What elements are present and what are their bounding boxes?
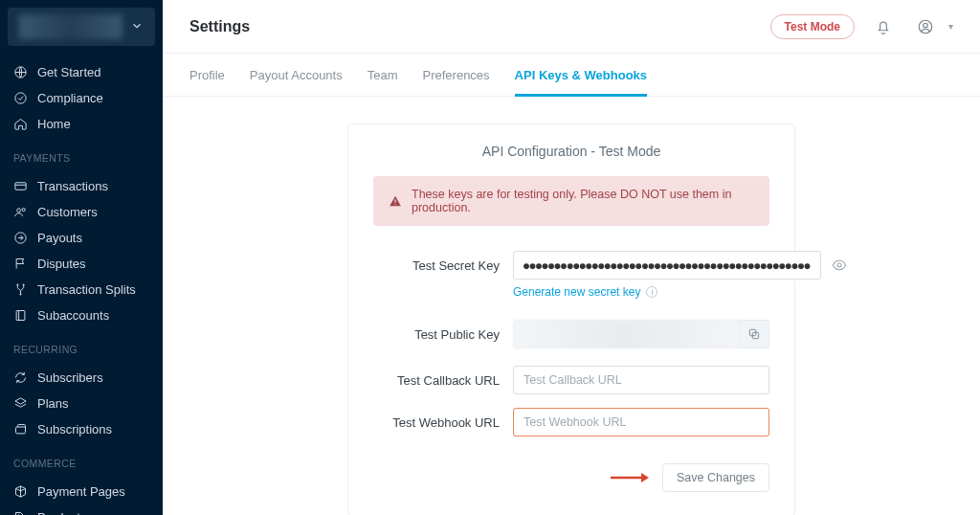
nav-main: Get Started Compliance Home (0, 54, 163, 143)
sidebar-item-disputes[interactable]: Disputes (0, 251, 163, 277)
label-callback-url: Test Callback URL (373, 373, 500, 388)
org-switcher[interactable] (8, 8, 155, 46)
sidebar-item-label: Products (37, 510, 86, 515)
nav-section-commerce: COMMERCE (0, 448, 163, 473)
nav-recurring: Subscribers Plans Subscriptions (0, 359, 163, 448)
content: API Configuration - Test Mode These keys… (163, 97, 980, 515)
sidebar-item-label: Transactions (37, 179, 108, 193)
nav-payments: Transactions Customers Payouts Disputes … (0, 168, 163, 334)
book-icon (13, 308, 28, 323)
svg-point-17 (837, 263, 841, 267)
tab-profile[interactable]: Profile (189, 68, 225, 97)
page-title: Settings (189, 18, 250, 35)
chevron-down-icon (130, 19, 144, 35)
sidebar-item-products[interactable]: Products (0, 504, 163, 515)
generate-link-label: Generate new secret key (513, 285, 640, 299)
svg-marker-12 (15, 398, 26, 404)
generate-secret-key-link[interactable]: Generate new secret key i (513, 285, 657, 299)
sidebar-item-payouts[interactable]: Payouts (0, 225, 163, 251)
secret-key-field[interactable]: ●●●●●●●●●●●●●●●●●●●●●●●●●●●●●●●●●●●●●●●●… (513, 251, 821, 280)
tabs: Profile Payout Accounts Team Preferences… (163, 54, 980, 97)
save-changes-button[interactable]: Save Changes (662, 463, 769, 492)
sidebar-item-home[interactable]: Home (0, 111, 163, 137)
svg-rect-2 (15, 183, 26, 190)
copy-public-key-button[interactable] (739, 320, 769, 348)
card-icon (13, 179, 28, 193)
sidebar-item-transaction-splits[interactable]: Transaction Splits (0, 277, 163, 302)
webhook-url-input[interactable] (513, 408, 769, 437)
svg-point-5 (22, 208, 25, 211)
info-icon: i (646, 286, 657, 298)
nav-section-payments: PAYMENTS (0, 143, 163, 168)
sidebar-item-label: Transaction Splits (37, 282, 136, 297)
split-icon (13, 282, 28, 297)
users-icon (13, 205, 28, 219)
notifications-button[interactable] (870, 13, 897, 40)
copy-icon (747, 327, 761, 341)
sidebar-item-plans[interactable]: Plans (0, 391, 163, 416)
sidebar-item-compliance[interactable]: Compliance (0, 85, 163, 111)
user-circle-icon (917, 18, 934, 35)
check-circle-icon (13, 91, 28, 105)
reveal-secret-button[interactable] (829, 255, 850, 276)
nav-section-recurring: RECURRING (0, 334, 163, 359)
tag-icon (13, 510, 28, 515)
main: Settings Test Mode ▾ Profile Payout Acco… (163, 0, 980, 515)
globe-icon (13, 65, 28, 79)
svg-point-4 (17, 209, 21, 213)
svg-marker-21 (641, 473, 649, 482)
sidebar-item-label: Customers (37, 205, 98, 219)
tab-preferences[interactable]: Preferences (423, 68, 490, 97)
svg-point-1 (15, 93, 26, 103)
account-menu-button[interactable] (912, 13, 939, 40)
sidebar-item-label: Payment Pages (37, 484, 125, 499)
callback-url-input[interactable] (513, 366, 769, 394)
sidebar-item-label: Subaccounts (37, 308, 109, 323)
nav-commerce: Payment Pages Products (0, 473, 163, 515)
org-name-blurred (19, 14, 122, 39)
tab-payout-accounts[interactable]: Payout Accounts (250, 68, 343, 97)
svg-point-16 (924, 23, 928, 28)
topbar: Settings Test Mode ▾ (163, 0, 980, 54)
sidebar-item-label: Home (37, 117, 71, 131)
card-title: API Configuration - Test Mode (373, 144, 769, 159)
warning-icon (389, 194, 402, 208)
sidebar-item-label: Get Started (37, 65, 100, 79)
chevron-down-icon: ▾ (948, 21, 953, 32)
sidebar-item-label: Subscriptions (37, 422, 112, 437)
sidebar-item-customers[interactable]: Customers (0, 199, 163, 225)
sidebar-item-label: Compliance (37, 91, 103, 105)
sidebar-item-label: Payouts (37, 231, 82, 245)
card-stack-icon (13, 422, 28, 437)
home-icon (13, 117, 28, 131)
sidebar-item-label: Subscribers (37, 370, 103, 385)
label-public-key: Test Public Key (373, 327, 500, 342)
sidebar-item-label: Disputes (37, 257, 86, 271)
arrow-annotation-icon (609, 471, 649, 484)
sidebar: Get Started Compliance Home PAYMENTS Tra… (0, 0, 163, 515)
label-webhook-url: Test Webhook URL (373, 415, 500, 430)
refresh-icon (13, 370, 28, 385)
svg-rect-13 (16, 427, 26, 434)
arrow-out-icon (13, 231, 28, 245)
svg-rect-10 (16, 311, 25, 321)
sidebar-item-subscriptions[interactable]: Subscriptions (0, 416, 163, 442)
sidebar-item-subscribers[interactable]: Subscribers (0, 365, 163, 391)
stack-icon (13, 396, 28, 411)
cube-icon (13, 484, 28, 499)
warning-text: These keys are for testing only. Please … (412, 188, 754, 214)
sidebar-item-subaccounts[interactable]: Subaccounts (0, 302, 163, 328)
tab-api-keys-webhooks[interactable]: API Keys & Webhooks (515, 68, 647, 97)
flag-icon (13, 257, 28, 271)
public-key-field-blurred[interactable] (513, 320, 739, 348)
label-secret-key: Test Secret Key (373, 258, 500, 273)
sidebar-item-transactions[interactable]: Transactions (0, 173, 163, 199)
sidebar-item-label: Plans (37, 396, 69, 411)
sidebar-item-payment-pages[interactable]: Payment Pages (0, 479, 163, 504)
test-mode-button[interactable]: Test Mode (770, 14, 855, 39)
bell-icon (875, 18, 892, 35)
api-config-card: API Configuration - Test Mode These keys… (347, 123, 795, 515)
eye-icon (832, 258, 847, 273)
tab-team[interactable]: Team (368, 68, 398, 97)
sidebar-item-get-started[interactable]: Get Started (0, 59, 163, 85)
